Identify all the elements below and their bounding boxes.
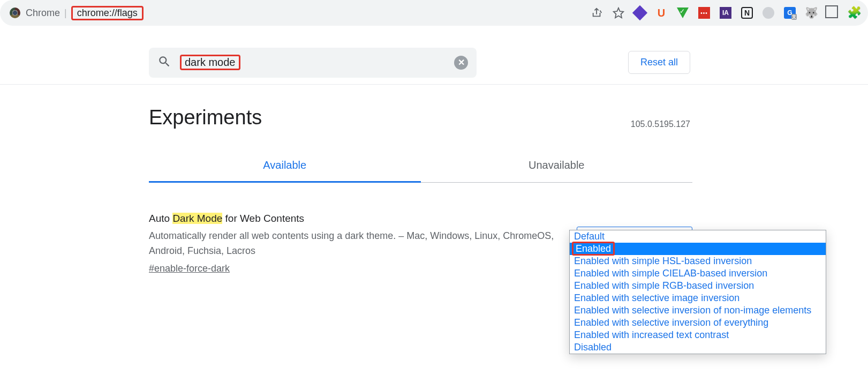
extension-icon-ia[interactable]: IA	[719, 6, 732, 19]
clear-search-icon[interactable]: ✕	[454, 56, 468, 70]
dropdown-option[interactable]: Enabled with selective inversion of non-…	[570, 304, 826, 317]
address-bar: Chrome | chrome://flags U ••• IA N G 🐺 🧩	[0, 0, 868, 26]
extension-icon-notion[interactable]: N	[741, 6, 753, 19]
dropdown-option[interactable]: Enabled with simple HSL-based inversion	[570, 255, 826, 267]
extensions-menu-icon[interactable]: 🧩	[848, 6, 861, 19]
flag-dropdown-listbox[interactable]: DefaultEnabledEnabled with simple HSL-ba…	[569, 230, 826, 354]
omnibox-url[interactable]: chrome://flags	[73, 6, 142, 19]
extension-icon-ublock[interactable]: U	[655, 6, 668, 19]
dropdown-option-highlight-annotation: Enabled	[572, 242, 615, 256]
star-icon[interactable]	[612, 6, 625, 19]
url-highlight-annotation: chrome://flags	[71, 6, 144, 20]
dropdown-option[interactable]: Enabled with selective inversion of ever…	[570, 317, 826, 329]
page-title: Experiments	[149, 106, 262, 129]
extension-icon-gray[interactable]	[762, 6, 775, 19]
extension-icon-gtranslate[interactable]: G	[783, 6, 796, 19]
tab-available[interactable]: Available	[149, 149, 421, 183]
extension-icon-copy[interactable]	[826, 6, 839, 19]
search-icon	[157, 55, 171, 71]
dropdown-option[interactable]: Disabled	[570, 341, 826, 354]
flag-title-highlight: Dark Mode	[172, 213, 222, 224]
dropdown-option[interactable]: Default	[570, 230, 826, 243]
dropdown-option[interactable]: Enabled with selective image inversion	[570, 292, 826, 304]
chrome-version: 105.0.5195.127	[631, 119, 690, 129]
extension-icon-wolf[interactable]: 🐺	[805, 6, 818, 19]
site-info-label[interactable]: Chrome	[26, 8, 60, 19]
extension-icon-shield[interactable]	[676, 6, 689, 19]
omnibox-separator: |	[64, 8, 67, 19]
extension-icon-diamond[interactable]	[633, 6, 646, 19]
dropdown-option[interactable]: Enabled with simple CIELAB-based inversi…	[570, 267, 826, 280]
flags-search-box[interactable]: dark mode ✕	[149, 48, 477, 78]
reset-all-button[interactable]: Reset all	[628, 51, 690, 74]
flag-title: Auto Dark Mode for Web Contents	[149, 213, 555, 224]
heading-row: Experiments 105.0.5195.127	[0, 85, 868, 134]
flag-title-prefix: Auto	[149, 213, 172, 224]
flag-anchor-link[interactable]: #enable-force-dark	[149, 263, 230, 274]
svg-marker-0	[614, 8, 623, 18]
tabs: Available Unavailable	[149, 149, 692, 183]
flag-description: Automatically render all web contents us…	[149, 229, 555, 259]
share-icon[interactable]	[591, 6, 603, 19]
dropdown-option[interactable]: Enabled	[570, 243, 826, 255]
chrome-logo-icon	[10, 8, 20, 18]
tab-unavailable[interactable]: Unavailable	[421, 149, 693, 183]
dropdown-option[interactable]: Enabled with simple RGB-based inversion	[570, 280, 826, 292]
search-value-highlight-annotation: dark mode	[180, 55, 240, 70]
search-input-value[interactable]: dark mode	[182, 55, 239, 69]
flag-title-suffix: for Web Contents	[222, 213, 304, 224]
controls-row: dark mode ✕ Reset all	[0, 26, 868, 85]
dropdown-option[interactable]: Enabled with increased text contrast	[570, 329, 826, 341]
extension-icon-lastpass[interactable]: •••	[698, 6, 711, 19]
